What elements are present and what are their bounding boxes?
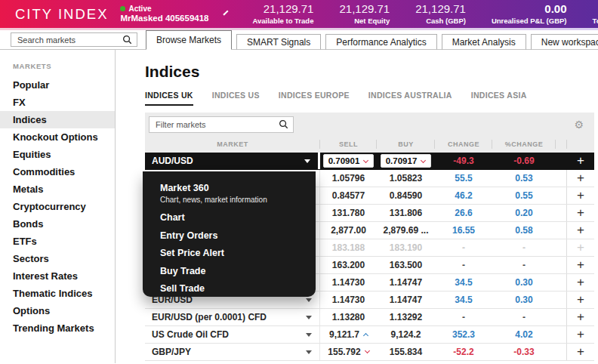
table-row[interactable]: EUR/USD (per 0.0001) CFD 1.13280 1.13292… [145,309,594,326]
filter-input[interactable] [154,119,279,130]
context-menu-item[interactable]: Entry Orders [143,227,316,245]
sidebar-item[interactable]: Popular [0,76,115,94]
buy-price-cell[interactable]: 2,879.69 ... [377,222,435,239]
sidebar-item[interactable]: Sectors [0,250,115,267]
context-menu-item[interactable]: Sell Trade [143,280,316,298]
sidebar-item[interactable]: Trending Markets [0,319,115,337]
context-menu-item[interactable]: Chart [143,209,316,227]
sell-price-cell[interactable]: 0.70901 [320,153,377,169]
sell-price-cell[interactable]: 1.14730 [320,292,377,308]
sidebar-item-label: Knockout Options [13,131,98,143]
buy-price-cell[interactable]: 1.14747 [377,274,435,291]
sidebar-item[interactable]: FX [0,94,115,111]
sell-price-cell[interactable]: 9,121.7 [320,326,377,343]
settings-gear-icon[interactable] [574,119,584,130]
workspace-tab[interactable]: Browse Markets [146,30,232,50]
plus-icon [577,327,584,342]
search-input[interactable] [16,35,122,45]
brand-logo[interactable]: CITY INDEX [15,6,108,23]
column-header-buy[interactable]: BUY [377,136,435,153]
market-name-cell[interactable]: US Crude Oil CFD [145,326,320,343]
row-chevron-down-icon[interactable] [306,316,312,319]
sidebar-item[interactable]: Equities [0,146,115,163]
buy-price-cell[interactable]: 9,124.2 [377,326,435,343]
sell-price-cell[interactable]: 1.14730 [320,274,377,291]
indices-subtab[interactable]: INDICES AUSTRALIA [368,91,452,106]
buy-price-cell[interactable]: 1.14747 [377,292,435,308]
sidebar-item[interactable]: Bonds [0,215,115,233]
market-name-cell[interactable]: EUR/USD (per 0.0001) CFD [145,309,320,325]
indices-subtab[interactable]: INDICES UK [145,91,193,106]
sell-price-cell[interactable]: 2,877.00 [320,222,377,239]
buy-price-cell[interactable]: 183.190 [377,239,435,256]
sidebar-item[interactable]: ETFs [0,233,115,250]
table-row[interactable]: US Crude Oil CFD 9,121.7 9,124.2 352.3 4… [145,326,594,344]
plus-icon [577,205,584,221]
add-to-watchlist-button[interactable] [567,239,594,256]
add-to-watchlist-button[interactable] [567,344,594,360]
market-name-cell[interactable]: AUD/USD [145,153,320,169]
sidebar-item[interactable]: Thematic Indices [0,285,115,302]
sell-price-cell[interactable]: 163.200 [320,257,377,273]
add-to-watchlist-button[interactable] [567,153,594,169]
indices-subtab[interactable]: INDICES US [212,91,260,106]
add-to-watchlist-button[interactable] [567,222,594,239]
table-row[interactable]: AUD/USD 0.70901 0.70917 -49.3 -0.69 [145,153,594,170]
account-selector[interactable]: Active MrMasked 405659418 [120,5,208,24]
sidebar-item[interactable]: Options [0,302,115,319]
filter-markets-box[interactable] [149,116,294,133]
market-name-cell[interactable]: GBP/JPY [145,344,320,360]
add-to-watchlist-button[interactable] [567,292,594,308]
sidebar-item[interactable]: Cryptocurrency [0,198,115,215]
sidebar-item-label: FX [13,97,26,108]
workspace-tab[interactable]: Market Analysis [442,34,526,50]
buy-price-cell[interactable]: 0.70917 [377,153,435,169]
add-to-watchlist-button[interactable] [567,274,594,291]
workspace-tab[interactable]: SMART Signals [236,34,321,50]
buy-price-cell[interactable]: 1.13292 [377,309,435,325]
sidebar-item[interactable]: Interest Rates [0,267,115,285]
search-markets-box[interactable] [11,32,137,47]
app-window: CITY INDEX Active MrMasked 405659418 21,… [0,0,598,363]
sell-price-cell[interactable]: 1.05796 [320,170,377,187]
column-header-sell[interactable]: SELL [320,136,377,153]
row-chevron-down-icon[interactable] [306,298,312,302]
sidebar-item[interactable]: Knockout Options [0,128,115,146]
context-menu-item[interactable]: Set Price Alert [143,245,316,263]
sell-price-cell[interactable]: 155.792 [320,344,377,360]
context-menu-item-label: Buy Trade [160,266,316,277]
add-to-watchlist-button[interactable] [567,309,594,325]
add-to-watchlist-button[interactable] [567,187,594,204]
sidebar-item[interactable]: Indices [0,111,115,128]
indices-subtab[interactable]: INDICES EUROPE [279,91,350,106]
add-to-watchlist-button[interactable] [567,326,594,343]
context-menu-item[interactable]: Market 360 Chart, news, market informati… [143,177,316,209]
buy-price-cell[interactable]: 1.05823 [377,170,435,187]
add-to-watchlist-button[interactable] [567,170,594,187]
buy-price-cell[interactable]: 0.84590 [377,187,435,204]
sidebar-item[interactable]: Commodities [0,163,115,180]
column-header-pct-change[interactable]: %CHANGE [492,136,556,153]
column-header-market[interactable]: MARKET [145,136,320,153]
add-to-watchlist-button[interactable] [567,205,594,221]
indices-subtab[interactable]: INDICES ASIA [471,91,527,106]
workspace-tab[interactable]: New workspace 3 [531,34,598,50]
row-chevron-down-icon[interactable] [306,333,312,337]
workspace-tab[interactable]: Performance Analytics [325,34,436,50]
sell-price-cell[interactable]: 183.188 [320,239,377,256]
row-chevron-down-icon[interactable] [304,159,310,163]
sell-price-cell[interactable]: 131.780 [320,205,377,221]
context-menu-item[interactable]: Buy Trade [143,262,316,280]
sidebar-item[interactable]: Metals [0,180,115,198]
row-chevron-down-icon[interactable] [306,350,312,354]
stat-label: Net Equity [339,17,390,26]
column-header-change[interactable]: CHANGE [435,136,492,153]
buy-price-cell[interactable]: 163.500 [377,257,435,273]
context-menu-item-label: Entry Orders [160,230,316,242]
buy-price-cell[interactable]: 155.834 [377,344,435,360]
add-to-watchlist-button[interactable] [567,257,594,273]
table-row[interactable]: GBP/JPY 155.792 155.834 -52.2 -0.33 [145,344,594,361]
sell-price-cell[interactable]: 0.84577 [320,187,377,204]
buy-price-cell[interactable]: 131.806 [377,205,435,221]
sell-price-cell[interactable]: 1.13280 [320,309,377,325]
